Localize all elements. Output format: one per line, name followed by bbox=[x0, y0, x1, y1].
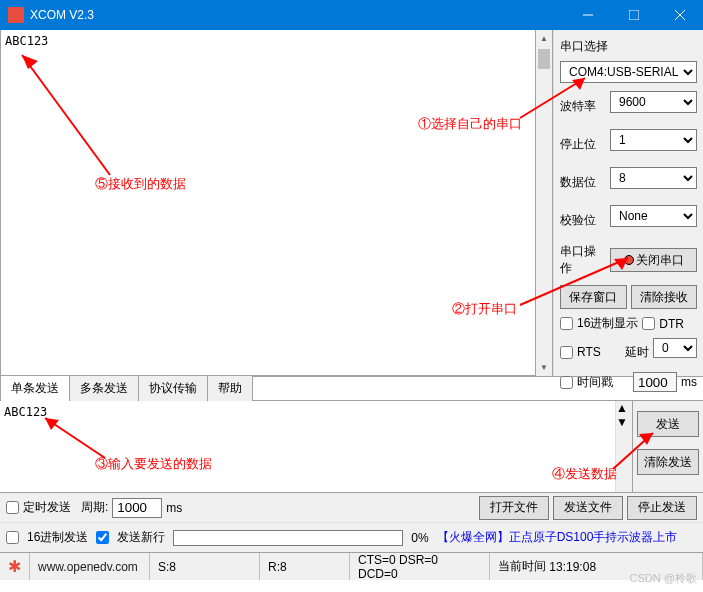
send-newline-label: 发送新行 bbox=[117, 529, 165, 546]
maximize-button[interactable] bbox=[611, 0, 657, 30]
scroll-up-icon[interactable]: ▲ bbox=[616, 401, 632, 415]
stop-select[interactable]: 1 bbox=[610, 129, 697, 151]
hex-send-label: 16进制发送 bbox=[27, 529, 88, 546]
progress-percent: 0% bbox=[411, 531, 428, 545]
timestamp-checkbox[interactable] bbox=[560, 376, 573, 389]
timestamp-unit: ms bbox=[681, 375, 697, 389]
stop-send-button[interactable]: 停止发送 bbox=[627, 496, 697, 520]
send-newline-checkbox[interactable] bbox=[96, 531, 109, 544]
port-select[interactable]: COM4:USB-SERIAL bbox=[560, 61, 697, 83]
clear-receive-button[interactable]: 清除接收 bbox=[631, 285, 698, 309]
rts-checkbox[interactable] bbox=[560, 346, 573, 359]
stop-label: 停止位 bbox=[560, 136, 604, 153]
data-select[interactable]: 8 bbox=[610, 167, 697, 189]
delay-label: 延时 bbox=[625, 344, 649, 361]
status-recv: R:8 bbox=[260, 553, 350, 580]
op-label: 串口操作 bbox=[560, 243, 604, 277]
record-icon bbox=[624, 255, 634, 265]
timed-send-checkbox[interactable] bbox=[6, 501, 19, 514]
dtr-checkbox[interactable] bbox=[642, 317, 655, 330]
receive-textarea[interactable]: ABC123 bbox=[0, 30, 536, 376]
send-scrollbar[interactable]: ▲ ▼ bbox=[616, 401, 633, 492]
scroll-up-icon[interactable]: ▲ bbox=[536, 30, 552, 47]
period-input[interactable] bbox=[112, 498, 162, 518]
minimize-button[interactable] bbox=[565, 0, 611, 30]
status-url[interactable]: www.openedv.com bbox=[30, 553, 150, 580]
titlebar: XCOM V2.3 bbox=[0, 0, 703, 30]
window-title: XCOM V2.3 bbox=[30, 8, 565, 22]
progress-bar bbox=[173, 530, 403, 546]
watermark: CSDN @柃歌 bbox=[630, 571, 697, 586]
status-bar: ✱ www.openedv.com S:8 R:8 CTS=0 DSR=0 DC… bbox=[0, 552, 703, 580]
hex-display-checkbox[interactable] bbox=[560, 317, 573, 330]
send-button[interactable]: 发送 bbox=[637, 411, 699, 437]
scroll-down-icon[interactable]: ▼ bbox=[536, 359, 552, 376]
parity-label: 校验位 bbox=[560, 212, 604, 229]
close-button[interactable] bbox=[657, 0, 703, 30]
hex-send-checkbox[interactable] bbox=[6, 531, 19, 544]
tab-protocol[interactable]: 协议传输 bbox=[138, 375, 208, 401]
port-heading: 串口选择 bbox=[560, 38, 697, 55]
baud-select[interactable]: 9600 bbox=[610, 91, 697, 113]
send-textarea[interactable] bbox=[0, 401, 616, 492]
timed-send-label: 定时发送 bbox=[23, 499, 71, 516]
hex-display-label: 16进制显示 bbox=[577, 315, 638, 332]
tab-single-send[interactable]: 单条发送 bbox=[0, 375, 70, 401]
svg-rect-1 bbox=[629, 10, 639, 20]
open-file-button[interactable]: 打开文件 bbox=[479, 496, 549, 520]
sidebar: 串口选择 COM4:USB-SERIAL 波特率9600 停止位1 数据位8 校… bbox=[553, 30, 703, 376]
app-icon bbox=[8, 7, 24, 23]
baud-label: 波特率 bbox=[560, 98, 604, 115]
clear-send-button[interactable]: 清除发送 bbox=[637, 449, 699, 475]
period-label: 周期: bbox=[81, 499, 108, 516]
gear-icon[interactable]: ✱ bbox=[8, 557, 21, 576]
scroll-down-icon[interactable]: ▼ bbox=[616, 415, 632, 429]
period-unit: ms bbox=[166, 501, 182, 515]
status-sent: S:8 bbox=[150, 553, 260, 580]
tab-help[interactable]: 帮助 bbox=[207, 375, 253, 401]
timestamp-label: 时间戳 bbox=[577, 374, 629, 391]
rts-label: RTS bbox=[577, 345, 621, 359]
promo-link[interactable]: 【火爆全网】正点原子DS100手持示波器上市 bbox=[437, 529, 678, 546]
port-toggle-button[interactable]: 关闭串口 bbox=[610, 248, 697, 272]
delay-select[interactable]: 0 bbox=[653, 338, 697, 358]
status-lines: CTS=0 DSR=0 DCD=0 bbox=[350, 553, 490, 580]
receive-scrollbar[interactable]: ▲ ▼ bbox=[536, 30, 553, 376]
send-file-button[interactable]: 发送文件 bbox=[553, 496, 623, 520]
dtr-label: DTR bbox=[659, 317, 684, 331]
save-window-button[interactable]: 保存窗口 bbox=[560, 285, 627, 309]
data-label: 数据位 bbox=[560, 174, 604, 191]
tab-multi-send[interactable]: 多条发送 bbox=[69, 375, 139, 401]
parity-select[interactable]: None bbox=[610, 205, 697, 227]
timestamp-input[interactable] bbox=[633, 372, 677, 392]
